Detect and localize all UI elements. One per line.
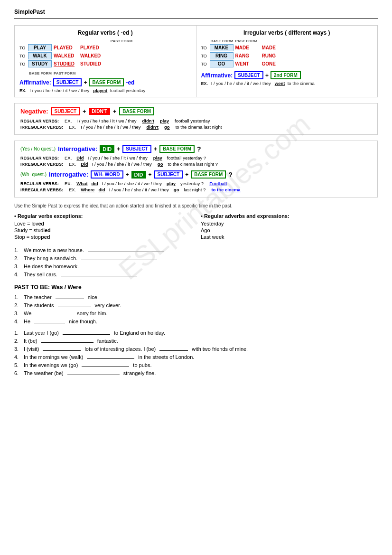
negative-section: Negative: SUBJECT + DIDN'T + BASE FORM R… xyxy=(14,103,378,135)
adverbs-col: Regular adverbs and expressions: Yesterd… xyxy=(201,213,378,241)
ptb-item-2: 3. We sorry for him. xyxy=(14,310,378,316)
verb-row-go: TO GO WENT GONE xyxy=(201,60,373,67)
irregular-heading: Irregular verbs ( different ways ) xyxy=(201,29,373,36)
wh-regular-row: REGULAR VERBS: EX. What did I / you / he… xyxy=(20,181,372,186)
verb-row-play: TO PLAY PLAYED PLAYED xyxy=(19,44,191,51)
verb-row-make: TO MAKE MADE MADE xyxy=(201,44,373,51)
regular-example: EX. I / you / he / she / it / we / they … xyxy=(19,88,191,93)
verb-row-study: TO STUDY STUDIED STUDIED xyxy=(19,60,191,67)
irregular-example: EX. I / you / he / she / it / we / they … xyxy=(201,81,373,86)
page-title: SimplePast xyxy=(14,9,378,15)
bullet-section: Regular verbs exceptions: Love = loved S… xyxy=(14,213,378,241)
col-base-label xyxy=(30,39,111,43)
exercises1-section: 1. We move to a new house. 2. They bring… xyxy=(14,247,378,277)
neg-irregular-row: IRREGULAR VERBS: EX. I / you / he / she … xyxy=(20,124,372,130)
exceptions-heading: Regular verbs exceptions: xyxy=(14,213,191,219)
ex1-item-3: 4. They sell cars. xyxy=(14,272,378,277)
use-note: Use the Simple Past to express the idea … xyxy=(14,203,378,208)
irregular-verbs-panel: Irregular verbs ( different ways ) BASE … xyxy=(196,26,378,97)
exception-item-0: Love = loved xyxy=(14,221,191,226)
ex1-item-1: 2. They bring a sandwich. xyxy=(14,255,378,261)
regular-heading: Regular verbs ( -ed ) xyxy=(19,29,191,36)
neg-regular-row: REGULAR VERBS: EX. I / you / he / she / … xyxy=(20,118,372,123)
ex2-item-1: 2. It (be) fantastic. xyxy=(14,338,378,344)
verb-row-walk: TO WALK WALKED WALKED xyxy=(19,52,191,59)
adverb-item-1: Ago xyxy=(201,227,378,233)
negative-examples: REGULAR VERBS: EX. I / you / he / she / … xyxy=(20,118,372,130)
ex2-item-0: 1. Last year I (go) to England on holida… xyxy=(14,330,378,336)
verb-row-ring: TO RING RANG RUNG xyxy=(201,52,373,59)
adverb-item-0: Yesterday xyxy=(201,221,378,226)
regular-verb-table: PAST FORM TO PLAY PLAYED PLAYED TO WALK … xyxy=(19,39,191,67)
ptb-item-1: 2. The students very clever. xyxy=(14,302,378,308)
ptb-item-0: 1. The teacher nice. xyxy=(14,294,378,300)
yn-irregular-row: IRREGULAR VERBS: EX. Did I / you / he / … xyxy=(20,161,372,167)
col-past-label: PAST FORM xyxy=(111,39,191,43)
irregular-verb-table: TO MAKE MADE MADE TO RING RANG RUNG TO G… xyxy=(201,44,373,67)
ex1-item-0: 1. We move to a new house. xyxy=(14,247,378,253)
past-to-be-heading: PAST TO BE: Was / Were xyxy=(14,284,378,291)
wh-irregular-row: IRREGULAR VERBS: EX. Where did I / you /… xyxy=(20,187,372,192)
exercises2-section: 1. Last year I (go) to England on holida… xyxy=(14,330,378,376)
exception-item-2: Stop = stopped xyxy=(14,234,191,240)
regular-verbs-panel: Regular verbs ( -ed ) PAST FORM TO PLAY … xyxy=(15,26,196,97)
adverb-item-2: Last week xyxy=(201,234,378,240)
wh-title-row: (Wh- quest.) Interrogative: WH- WORD + D… xyxy=(20,170,372,179)
yn-title-row: (Yes / No quest.) Interrogative: DID + S… xyxy=(20,145,372,153)
ex2-item-4: 5. In the evenings we (go) to pubs. xyxy=(14,362,378,368)
past-to-be-section: PAST TO BE: Was / Were 1. The teacher ni… xyxy=(14,284,378,324)
exception-item-1: Study = studied xyxy=(14,227,191,233)
ex1-item-2: 3. He does the homework. xyxy=(14,263,378,269)
yn-regular-row: REGULAR VERBS: EX. Did I / you / he / sh… xyxy=(20,155,372,160)
interrogative-yn-section: (Yes / No quest.) Interrogative: DID + S… xyxy=(14,141,378,198)
ex2-item-3: 4. In the mornings we (walk) in the stre… xyxy=(14,354,378,360)
regular-affirmative-row: Affirmative: SUBJECT + BASE FORM -ed xyxy=(19,78,191,86)
ex2-item-2: 3. I (visit) lots of interesting places.… xyxy=(14,346,378,352)
irregular-affirmative-row: Affirmative: SUBJECT + 2nd FORM xyxy=(201,71,373,79)
exceptions-col: Regular verbs exceptions: Love = loved S… xyxy=(14,213,191,241)
ptb-item-3: 4. He nice though. xyxy=(14,319,378,324)
negative-title-row: Negative: SUBJECT + DIDN'T + BASE FORM xyxy=(20,107,372,115)
adverbs-heading: Regular adverbs and expressions: xyxy=(201,213,378,219)
grammar-section: Regular verbs ( -ed ) PAST FORM TO PLAY … xyxy=(14,25,378,97)
ex2-item-5: 6. The weather (be) strangely fine. xyxy=(14,370,378,376)
